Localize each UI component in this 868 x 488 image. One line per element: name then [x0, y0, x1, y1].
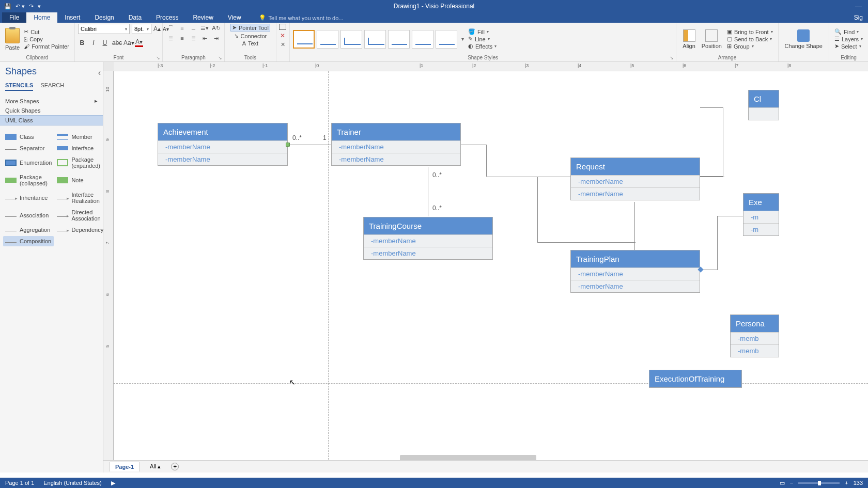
text-tool-button[interactable]: AText	[241, 40, 260, 46]
cut-button[interactable]: ✂Cut	[24, 28, 69, 35]
find-button[interactable]: 🔍Find ▾	[834, 28, 863, 35]
case-button[interactable]: Aa▾	[123, 39, 132, 46]
style-thumb-3[interactable]	[340, 30, 362, 49]
shape-note[interactable]: Note	[55, 172, 105, 188]
connector-exe-line[interactable]	[717, 216, 743, 216]
tab-home[interactable]: Home	[26, 12, 57, 23]
shape-interface[interactable]: Interface	[55, 143, 105, 153]
line-button[interactable]: ✎Line ▾	[468, 36, 497, 42]
copy-button[interactable]: ⎘Copy	[24, 36, 69, 42]
delete-connector-icon[interactable]: ✕	[280, 32, 285, 39]
connector-tool-button[interactable]: ↘Connector	[233, 33, 268, 39]
style-thumb-2[interactable]	[317, 30, 338, 49]
align-button[interactable]: Align	[679, 28, 698, 50]
uml-trainer[interactable]: Trainer -memberName -memberName	[331, 123, 461, 166]
shape-inheritance[interactable]: Inheritance	[3, 190, 54, 206]
drawing-canvas[interactable]: Achievement -memberName -memberName 0..*…	[114, 71, 868, 462]
position-button[interactable]: Position	[699, 28, 725, 50]
tab-process[interactable]: Process	[149, 12, 185, 23]
connector-exe-v[interactable]	[717, 216, 718, 270]
collapse-shapes-icon[interactable]: ‹	[98, 68, 101, 77]
shape-association[interactable]: Association	[3, 207, 54, 224]
tab-design[interactable]: Design	[87, 12, 121, 23]
increase-indent-icon[interactable]: ⇥	[211, 34, 221, 42]
font-name-select[interactable]: Calibri▾	[78, 24, 130, 34]
bullets-icon[interactable]: ☰▾	[200, 24, 209, 32]
connector-box-right[interactable]	[461, 145, 487, 177]
style-thumb-6[interactable]	[412, 30, 433, 49]
shape-styles-dialog-launcher[interactable]: ↘	[670, 55, 675, 60]
decrease-indent-icon[interactable]: ⇤	[200, 34, 209, 42]
font-color-button[interactable]: A▾	[135, 38, 143, 47]
align-right-icon[interactable]: ≣	[189, 34, 198, 42]
align-bottom-icon[interactable]: ⎵	[189, 24, 198, 32]
stencil-more-shapes[interactable]: More Shapes▸	[0, 96, 103, 106]
zoom-slider[interactable]	[798, 482, 840, 484]
connector-req-plan-v[interactable]	[537, 177, 538, 242]
uml-achievement[interactable]: Achievement -memberName -memberName	[158, 123, 288, 166]
fill-button[interactable]: 🪣Fill ▾	[468, 28, 497, 35]
zoom-out-icon[interactable]: −	[790, 480, 793, 486]
connector-req-plan-h[interactable]	[537, 242, 636, 243]
macro-record-icon[interactable]: ▶	[111, 480, 115, 486]
shape-aggregation[interactable]: Aggregation	[3, 225, 54, 235]
connector-trainer-course-v[interactable]	[428, 167, 428, 216]
connector-plan-top[interactable]	[634, 202, 635, 250]
save-icon[interactable]: 💾	[4, 3, 11, 10]
redo-icon[interactable]: ↷	[29, 3, 34, 10]
align-left-icon[interactable]: ≣	[166, 34, 175, 42]
align-middle-icon[interactable]: ≡	[177, 24, 187, 32]
tab-review[interactable]: Review	[185, 12, 220, 23]
style-gallery-more-icon[interactable]: ▾	[459, 36, 466, 42]
italic-button[interactable]: I	[89, 39, 98, 46]
stencil-quick-shapes[interactable]: Quick Shapes	[0, 106, 103, 115]
change-shape-button[interactable]: Change Shape	[782, 28, 826, 50]
font-size-select[interactable]: 8pt.▾	[132, 24, 151, 34]
shape-interface-realization[interactable]: Interface Realization	[55, 190, 105, 206]
paste-button[interactable]: Paste	[3, 27, 22, 52]
shape-class[interactable]: Class	[3, 132, 54, 142]
group-button[interactable]: ⊞Group ▾	[727, 43, 773, 50]
qat-dropdown-icon[interactable]: ▾	[38, 3, 41, 10]
status-language[interactable]: English (United States)	[43, 480, 102, 486]
bring-front-button[interactable]: ▣Bring to Front ▾	[727, 28, 773, 35]
connector-request-box[interactable]	[700, 107, 723, 177]
strike-button[interactable]: abc	[112, 39, 120, 46]
stencil-uml-class[interactable]: UML Class	[0, 115, 103, 125]
send-back-button[interactable]: ▢Send to Back ▾	[727, 36, 773, 42]
uml-training-plan[interactable]: TrainingPlan -memberName -memberName	[570, 250, 700, 293]
style-thumb-7[interactable]	[436, 30, 457, 49]
shape-separator[interactable]: Separator	[3, 143, 54, 153]
style-thumb-5[interactable]	[388, 30, 410, 49]
uml-execution[interactable]: ExecutionOfTraining	[649, 370, 742, 388]
shape-package-expanded[interactable]: Package (expanded)	[55, 154, 105, 171]
tab-view[interactable]: View	[221, 12, 249, 23]
zoom-in-icon[interactable]: +	[845, 480, 848, 486]
signin-link[interactable]: Sig	[849, 12, 868, 23]
shape-directed-association[interactable]: Directed Association	[55, 207, 105, 224]
minimize-icon[interactable]: —	[855, 3, 862, 10]
shape-dependency[interactable]: Dependency	[55, 225, 105, 235]
zoom-percent[interactable]: 133	[854, 480, 863, 486]
style-gallery[interactable]: ▾	[293, 30, 466, 49]
style-thumb-4[interactable]	[364, 30, 386, 49]
uml-training-course[interactable]: TrainingCourse -memberName -memberName	[363, 217, 493, 260]
grow-font-icon[interactable]: A▴	[153, 25, 161, 33]
stencils-tab[interactable]: STENCILS	[5, 82, 33, 91]
connector-ach-trainer[interactable]	[289, 145, 331, 145]
paragraph-dialog-launcher[interactable]: ↘	[218, 55, 223, 60]
format-painter-button[interactable]: 🖌Format Painter	[24, 43, 69, 50]
uml-exercise[interactable]: Exe -m -m	[743, 193, 779, 236]
connection-point-icon[interactable]: ✕	[281, 41, 285, 48]
effects-button[interactable]: ◐Effects ▾	[468, 43, 497, 50]
connector-request-right[interactable]	[700, 177, 723, 177]
tellme-search[interactable]: 💡 Tell me what you want to do...	[259, 14, 344, 23]
shape-composition[interactable]: Composition	[3, 236, 54, 246]
uml-request[interactable]: Request -memberName -memberName	[570, 158, 700, 200]
underline-button[interactable]: U	[101, 39, 109, 46]
align-center-icon[interactable]: ≡	[177, 34, 187, 42]
tab-file[interactable]: File	[2, 12, 26, 23]
page-tab-all[interactable]: All ▴	[145, 462, 166, 471]
select-button[interactable]: ➤Select ▾	[834, 43, 863, 50]
search-tab[interactable]: SEARCH	[40, 82, 64, 91]
